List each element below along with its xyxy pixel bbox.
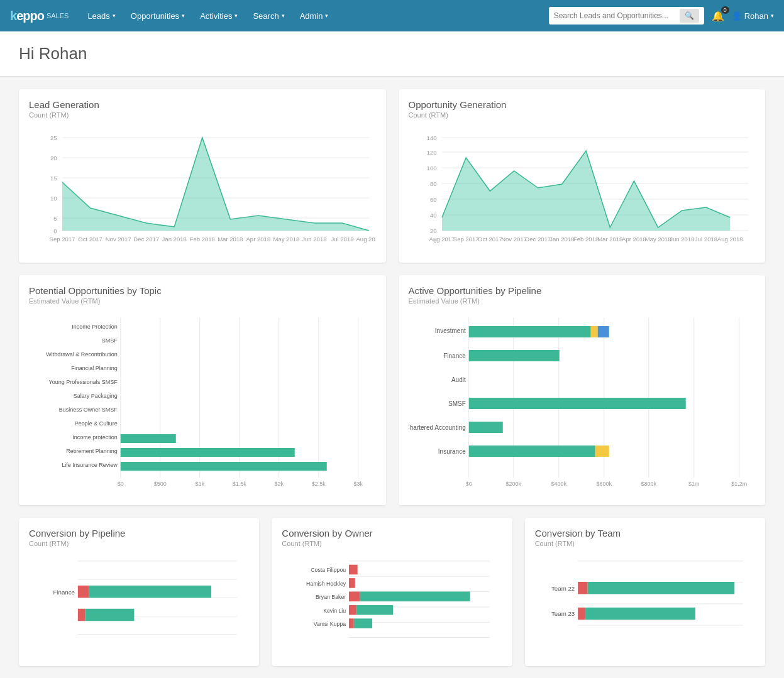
- conv-team-chart: Team 22 Team 23: [535, 554, 755, 654]
- svg-text:Mar 2018: Mar 2018: [218, 236, 243, 243]
- svg-text:Life Insurance Review: Life Insurance Review: [62, 462, 118, 468]
- svg-rect-129: [349, 578, 355, 588]
- conv-pipeline-card: Conversion by Pipeline Count (RTM) Finan…: [19, 518, 259, 666]
- svg-rect-99: [468, 422, 502, 433]
- svg-rect-135: [356, 605, 393, 615]
- conv-team-card: Conversion by Team Count (RTM) Team 22 T…: [525, 518, 765, 666]
- svg-text:$600k: $600k: [596, 481, 612, 487]
- svg-text:Salary Packaging: Salary Packaging: [74, 393, 118, 399]
- svg-text:$200k: $200k: [505, 481, 521, 487]
- pot-opp-subtitle: Estimated Value (RTM): [29, 297, 376, 305]
- svg-text:Jun 2018: Jun 2018: [670, 236, 694, 243]
- svg-rect-119: [86, 609, 135, 621]
- svg-text:0: 0: [53, 228, 57, 234]
- active-opp-title: Active Opportunities by Pipeline: [409, 285, 756, 296]
- conv-owner-card: Conversion by Owner Count (RTM) Costa Fi…: [272, 518, 512, 666]
- svg-text:Apr 2018: Apr 2018: [246, 236, 270, 243]
- svg-text:$3k: $3k: [353, 481, 363, 487]
- svg-text:$1.2m: $1.2m: [731, 481, 747, 487]
- nav-activities[interactable]: Activities ▾: [194, 8, 244, 25]
- search-input[interactable]: [554, 11, 680, 20]
- svg-text:Audit: Audit: [451, 376, 465, 383]
- svg-text:SMSF: SMSF: [102, 337, 118, 344]
- svg-rect-147: [578, 608, 585, 620]
- svg-text:$1k: $1k: [195, 481, 204, 487]
- conv-pipeline-title: Conversion by Pipeline: [29, 528, 249, 539]
- lead-generation-card: Lead Generation Count (RTM) 25 20 15 10 …: [19, 89, 386, 263]
- svg-text:Income Protection: Income Protection: [72, 324, 118, 330]
- brand: keppo SALES: [10, 9, 69, 23]
- dashboard: Lead Generation Count (RTM) 25 20 15 10 …: [0, 77, 784, 678]
- svg-text:Young Professionals SMSF: Young Professionals SMSF: [49, 379, 118, 385]
- svg-text:Aug 2018: Aug 2018: [717, 236, 743, 243]
- svg-rect-145: [587, 582, 734, 594]
- bell-icon[interactable]: 🔔 0: [712, 10, 724, 22]
- svg-text:Jan 2018: Jan 2018: [549, 236, 574, 243]
- user-menu[interactable]: 👤 Rohan ▾: [732, 11, 774, 21]
- conv-owner-subtitle: Count (RTM): [282, 540, 502, 547]
- chevron-down-icon: ▾: [182, 13, 185, 19]
- svg-text:$0: $0: [465, 481, 472, 487]
- svg-rect-70: [121, 434, 176, 443]
- svg-text:$1m: $1m: [688, 481, 699, 487]
- svg-text:Feb 2018: Feb 2018: [573, 236, 598, 243]
- svg-text:120: 120: [426, 150, 436, 156]
- conv-owner-chart: Costa Filippou Hamish Hockley Bryan Bake…: [282, 554, 502, 654]
- svg-text:Mar 2018: Mar 2018: [597, 236, 622, 243]
- svg-text:Team 23: Team 23: [551, 610, 575, 617]
- conv-owner-title: Conversion by Owner: [282, 528, 502, 539]
- navbar: keppo SALES Leads ▾ Opportunities ▾ Acti…: [0, 0, 784, 31]
- svg-rect-134: [349, 605, 356, 615]
- svg-text:25: 25: [50, 135, 57, 141]
- svg-text:Dec 2017: Dec 2017: [133, 236, 159, 243]
- chevron-down-icon: ▾: [771, 13, 774, 19]
- chevron-down-icon: ▾: [235, 13, 238, 19]
- svg-rect-138: [354, 618, 372, 628]
- nav-admin[interactable]: Admin ▾: [294, 8, 335, 25]
- chevron-down-icon: ▾: [113, 13, 116, 19]
- search-button[interactable]: 🔍: [680, 9, 699, 23]
- svg-text:20: 20: [50, 155, 57, 161]
- svg-text:Apr 2018: Apr 2018: [622, 236, 646, 243]
- nav-search[interactable]: Search ▾: [246, 8, 290, 25]
- brand-logo: keppo: [10, 9, 44, 23]
- conv-team-subtitle: Count (RTM): [535, 540, 755, 547]
- svg-text:Oct 2017: Oct 2017: [478, 236, 502, 243]
- nav-right: 🔔 0 👤 Rohan ▾: [712, 10, 774, 22]
- row-2: Potential Opportunities by Topic Estimat…: [19, 275, 765, 505]
- lead-gen-title: Lead Generation: [29, 99, 376, 110]
- svg-text:Jul 2018: Jul 2018: [694, 236, 717, 243]
- row-1: Lead Generation Count (RTM) 25 20 15 10 …: [19, 89, 765, 263]
- svg-text:60: 60: [429, 197, 436, 203]
- lead-gen-subtitle: Count (RTM): [29, 111, 376, 119]
- svg-text:$1.5k: $1.5k: [233, 481, 247, 487]
- nav-leads[interactable]: Leads ▾: [81, 8, 121, 25]
- svg-text:$500: $500: [154, 481, 167, 487]
- svg-text:Team 22: Team 22: [551, 585, 575, 592]
- svg-rect-90: [468, 326, 590, 337]
- svg-text:Investment: Investment: [434, 327, 465, 334]
- svg-text:May 2018: May 2018: [644, 236, 671, 243]
- svg-text:Jan 2018: Jan 2018: [162, 236, 187, 243]
- opp-gen-title: Opportunity Generation: [409, 99, 756, 110]
- potential-opp-card: Potential Opportunities by Topic Estimat…: [19, 275, 386, 505]
- svg-text:Jul 2018: Jul 2018: [331, 236, 353, 243]
- svg-text:Dec 2017: Dec 2017: [525, 236, 551, 243]
- svg-text:Finance: Finance: [443, 353, 466, 359]
- svg-text:Insurance: Insurance: [438, 448, 465, 455]
- svg-text:$0: $0: [118, 481, 124, 487]
- active-opp-chart: Investment Finance Audit SMSF Chartered …: [409, 311, 756, 493]
- svg-text:80: 80: [429, 181, 436, 187]
- page-header: Hi Rohan: [0, 31, 784, 77]
- svg-rect-102: [595, 446, 609, 457]
- row-3: Conversion by Pipeline Count (RTM) Finan…: [19, 518, 765, 666]
- svg-rect-101: [468, 446, 595, 457]
- svg-text:Retirement Planning: Retirement Planning: [66, 448, 118, 454]
- svg-text:Jun 2018: Jun 2018: [302, 236, 326, 243]
- pot-opp-title: Potential Opportunities by Topic: [29, 285, 376, 296]
- nav-opportunities[interactable]: Opportunities ▾: [124, 8, 191, 25]
- svg-text:Business Owner SMSF: Business Owner SMSF: [59, 407, 118, 413]
- svg-rect-92: [597, 326, 609, 337]
- svg-text:100: 100: [426, 165, 436, 172]
- opportunity-generation-card: Opportunity Generation Count (RTM) 140 1…: [399, 89, 766, 263]
